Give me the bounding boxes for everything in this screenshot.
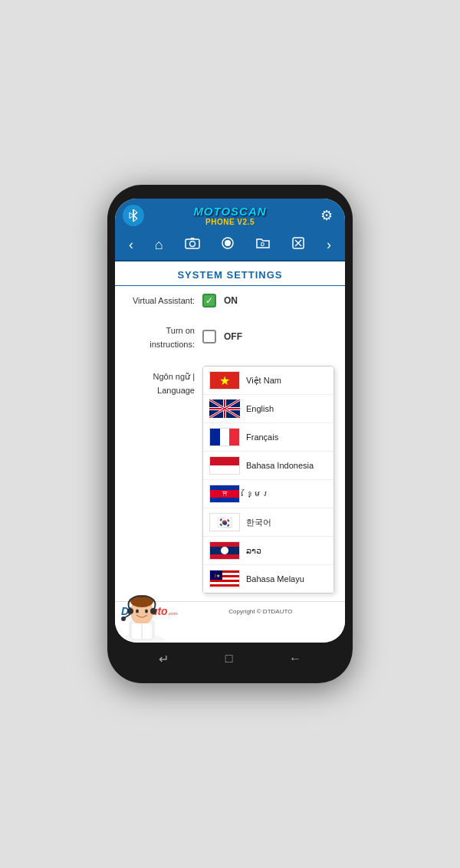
- copyright-text: Copyright © DTDAUTO: [182, 608, 339, 615]
- lang-name: English: [246, 404, 274, 413]
- svg-point-21: [121, 616, 126, 621]
- phone-return-button[interactable]: ←: [289, 652, 301, 666]
- page-title-section: SYSTEM SETTINGS: [115, 261, 345, 286]
- list-item[interactable]: Français: [203, 423, 334, 452]
- phone-back-button[interactable]: ↵: [159, 652, 169, 666]
- language-dropdown[interactable]: ★ Việt Nam: [202, 366, 334, 593]
- record-nav-button[interactable]: [216, 235, 239, 255]
- flag-kr: 🇰🇷: [209, 513, 240, 531]
- svg-text:D: D: [261, 242, 264, 247]
- agent-image: [115, 589, 169, 643]
- flag-vn: ★: [209, 371, 240, 390]
- svg-point-4: [189, 242, 195, 247]
- flag-id: [209, 456, 240, 475]
- lang-name: Việt Nam: [246, 376, 281, 386]
- virtual-assistant-checkbox[interactable]: ✓: [202, 294, 216, 307]
- app-name-sub: PHONE V2.5: [144, 218, 316, 226]
- content-area: Virtual Assistant: ✓ ON Turn oninstructi…: [115, 286, 345, 643]
- nav-bar: ‹ ⌂ D: [115, 230, 345, 261]
- list-item[interactable]: English: [203, 395, 334, 423]
- svg-point-19: [127, 608, 133, 614]
- list-item[interactable]: Bahasa Indonesia: [203, 452, 334, 480]
- language-row: Ngôn ngữ |Language ★ Việt Nam: [115, 358, 345, 601]
- lang-name: Bahasa Indonesia: [246, 461, 314, 470]
- instructions-checkbox[interactable]: [202, 330, 216, 344]
- flag-la: [209, 541, 240, 560]
- flag-uk: [209, 399, 240, 418]
- svg-point-6: [225, 240, 231, 246]
- bluetooth-icon[interactable]: [123, 205, 144, 226]
- list-item[interactable]: ⛩ ខ្មែរ: [203, 480, 334, 508]
- svg-point-22: [136, 610, 139, 613]
- top-bar: MOTOSCAN PHONE V2.5 ⚙: [115, 199, 345, 230]
- svg-point-23: [145, 610, 148, 613]
- list-item[interactable]: 🇰🇷 한국어: [203, 508, 334, 537]
- list-item[interactable]: ☽★ Bahasa Melayu: [203, 565, 334, 593]
- folder-nav-button[interactable]: D: [251, 235, 274, 255]
- lang-name: ລາວ: [246, 546, 261, 556]
- phone-frame: MOTOSCAN PHONE V2.5 ⚙ ‹ ⌂: [107, 185, 353, 683]
- virtual-assistant-label: Virtual Assistant:: [126, 296, 195, 305]
- home-nav-button[interactable]: ⌂: [150, 235, 168, 255]
- instructions-row: Turn oninstructions: OFF: [115, 315, 345, 358]
- flag-my: ☽★: [209, 570, 240, 588]
- page-title: SYSTEM SETTINGS: [123, 269, 337, 281]
- app-name-main: MOTOSCAN: [144, 205, 316, 218]
- virtual-assistant-state: ON: [224, 295, 238, 306]
- phone-home-button[interactable]: □: [225, 652, 233, 666]
- forward-nav-button[interactable]: ›: [322, 235, 336, 255]
- lang-name: ខ្មែរ: [246, 489, 270, 498]
- back-nav-button[interactable]: ‹: [124, 235, 138, 255]
- camera-nav-button[interactable]: [180, 235, 205, 255]
- svg-point-20: [150, 608, 156, 614]
- list-item[interactable]: ★ Việt Nam: [203, 367, 334, 395]
- instructions-label: Turn oninstructions:: [150, 326, 195, 349]
- lang-name: Français: [246, 432, 278, 442]
- virtual-assistant-row: Virtual Assistant: ✓ ON: [115, 286, 345, 315]
- list-item[interactable]: ລາວ: [203, 537, 334, 565]
- instructions-state: OFF: [224, 331, 242, 342]
- language-label: Ngôn ngữ |Language: [153, 372, 195, 395]
- phone-screen: MOTOSCAN PHONE V2.5 ⚙ ‹ ⌂: [115, 199, 345, 643]
- lang-name: Bahasa Melayu: [246, 574, 304, 584]
- flag-fr: [209, 428, 240, 446]
- delete-nav-button[interactable]: [287, 235, 310, 255]
- gear-icon[interactable]: ⚙: [316, 205, 337, 226]
- app-title: MOTOSCAN PHONE V2.5: [144, 205, 316, 226]
- phone-bottom-nav: ↵ □ ←: [115, 646, 345, 669]
- flag-kh: ⛩: [209, 485, 240, 503]
- lang-name: 한국어: [246, 517, 271, 528]
